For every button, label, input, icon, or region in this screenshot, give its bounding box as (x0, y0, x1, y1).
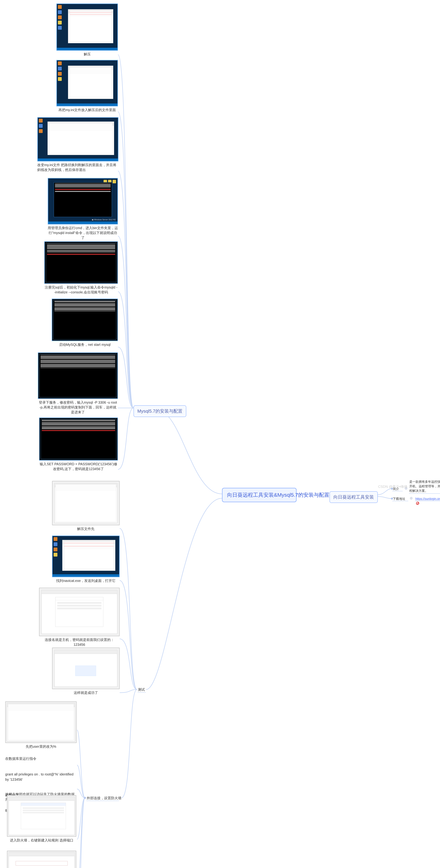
caption: 输入SET PASSWORD = PASSWORD(‘123456’)修改密码,… (39, 462, 118, 471)
branch-external[interactable]: 外部连接，设置防火墙 (87, 796, 122, 801)
sunlogin-download-label: 下载地址 (393, 496, 405, 501)
root-title: 向日葵远程工具安装&Mysql5.7的安装与配置 (227, 492, 329, 498)
forbidden-icon (416, 502, 419, 505)
caption: 用管理员身份运行cmd，进入bin文件夹里，运行"mysqld install"… (48, 225, 118, 240)
caption: 进入防火墙，右键新建入站规则 选择端口 (7, 838, 76, 843)
test-step-2: 连接名就是主机，密码就是前面我们设置的：123456 (39, 588, 120, 647)
test-step-3: 这样就是成功了 (52, 648, 120, 695)
caption: 改变my.ini文件 把路径换到刚解压的里面去，并且将斜线改为双斜线，然后保存退… (37, 162, 119, 172)
caption: 再把my.ini文件放入解压后的文件里面 (56, 107, 118, 112)
underline (409, 493, 440, 494)
caption: 解压 (56, 52, 118, 57)
branch-test-label: 测试 (138, 688, 145, 691)
mysql-step-3: ▣ Windows Server 2012 R2 用管理员身份运行cmd，进入b… (48, 178, 118, 240)
watermark: CSDN @夜斗•绛绛 (378, 484, 408, 489)
ext-user: 先把user里的改为% (5, 701, 77, 749)
branch-sunlogin-label: 向日葵远程工具安装 (333, 494, 374, 500)
sql-title: 在数据库里运行指令 (5, 757, 36, 761)
branch-test[interactable]: 测试 (138, 687, 145, 692)
caption: 解压文件先 (52, 526, 120, 531)
mysql-step-6: 登录下服务，修改密码，输入mysql -P 3306 -u root -p,再将… (38, 352, 118, 414)
mysql-step-7: 输入SET PASSWORD = PASSWORD(‘123456’)修改密码,… (39, 417, 118, 471)
caption: 注册完sql后，初始化下mysql,输入命令mysqld --initializ… (44, 285, 118, 294)
branch-mysql[interactable]: Mysql5.7的安装与配置 (134, 405, 186, 417)
mysql-step-1: 再把my.ini文件放入解压后的文件里面 (56, 60, 118, 112)
branch-external-label: 外部连接，设置防火墙 (87, 796, 122, 800)
underline (138, 692, 146, 693)
underline (392, 501, 408, 501)
sql-grant: grant all privileges on . to root@'%' id… (5, 772, 73, 781)
expand-icon[interactable]: ⊕ (410, 496, 413, 500)
caption: 启动MySQL服务，net start mysql (52, 342, 118, 347)
caption: 登录下服务，修改密码，输入mysql -P 3306 -u root -p,再将… (38, 400, 118, 414)
mysql-step-2: 改变my.ini文件 把路径换到刚解压的里面去，并且将斜线改为双斜线，然后保存退… (37, 117, 119, 172)
label: 下载地址 (393, 497, 405, 500)
caption: 这样就是成功了 (52, 690, 120, 695)
underline (392, 491, 403, 491)
sunlogin-intro-text: 是一款拥有多年远控技术经验的远程控制软件，可远程控制手机、远程桌面连接、远程开机… (409, 479, 440, 493)
mysql-step-5: 启动MySQL服务，net start mysql (52, 299, 118, 347)
ext-fw-1: 进入防火墙，右键新建入站规则 选择端口 (7, 795, 76, 843)
caption: 找到navicat.exe，发送到桌面，打开它 (52, 578, 120, 583)
mysql-step-0: 解压 (56, 3, 118, 57)
underline (415, 501, 440, 501)
svg-point-2 (84, 797, 86, 799)
ext-fw-2: 输入3306 (7, 850, 76, 868)
caption: 先把user里的改为% (5, 744, 77, 749)
branch-mysql-label: Mysql5.7的安装与配置 (137, 408, 182, 414)
root-node: 向日葵远程工具安装&Mysql5.7的安装与配置 (222, 488, 297, 502)
underline (87, 801, 119, 801)
test-step-0: 解压文件先 (52, 481, 120, 531)
caption: 连接名就是主机，密码就是前面我们设置的：123456 (39, 637, 120, 647)
download-link[interactable]: https://sunlogin.oray.com/ (415, 497, 440, 500)
branch-sunlogin[interactable]: 向日葵远程工具安装 (330, 491, 378, 503)
mysql-step-4: 注册完sql后，初始化下mysql,输入命令mysqld --initializ… (44, 241, 118, 294)
test-step-1: 找到navicat.exe，发送到桌面，打开它 (52, 535, 120, 583)
